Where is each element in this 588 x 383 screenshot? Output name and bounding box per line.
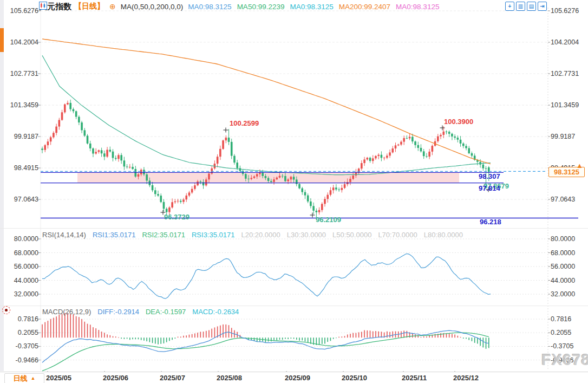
chart-header: 美元指数 【日线】 ⊕ MA(0,50,0,200,0,0) MA0:98.31… (39, 2, 439, 11)
macd-header-item: MACD(26,12,9) (42, 308, 91, 316)
ma-value-label: MA0:98.3125 (396, 3, 439, 11)
date-label: 2025/07 (160, 374, 185, 382)
price-annotation: 96.3729 (164, 213, 190, 221)
ma-value-label: MA50:99.2239 (237, 3, 285, 11)
price-annotation: 98.307 (479, 173, 500, 180)
rsi-axis-label-right: 68.0000 (551, 249, 575, 257)
ma-settings-label: MA(0,50,0,200,0,0) (121, 3, 184, 11)
price-axis-label-left: 105.6276 (10, 7, 38, 15)
macd-axis-label-right: 0.2055 (551, 329, 571, 336)
price-axis-label-right: 99.9187 (551, 133, 575, 140)
rsi-axis-label-right: 44.0000 (551, 277, 575, 284)
rsi-axis-label-left: 68.0000 (14, 249, 38, 257)
rsi-header: RSI(14,14,14)RSI1:35.0171RSI2:35.0171RSI… (42, 231, 463, 239)
chart-style-icon[interactable] (39, 2, 47, 10)
macd-header: MACD(26,12,9)DIFF:-0.2914DEA:-0.1597MACD… (42, 308, 239, 316)
date-label: 2025/05 (46, 374, 71, 382)
current-price-value: 98.3125 (554, 168, 579, 176)
price-axis-label-left: 97.0643 (14, 196, 38, 203)
date-label: 2025/06 (103, 374, 128, 382)
indicator-window-icon[interactable]: ▥ (516, 2, 525, 11)
ma-values: MA0:98.3125MA50:99.2239MA0:98.3125MA200:… (188, 3, 439, 11)
price-axis-label-left: 101.3459 (10, 101, 38, 109)
macd-axis-label-right: -0.3705 (551, 342, 573, 350)
price-axis-label-right: 97.0643 (551, 196, 575, 203)
price-axis-label-left: 104.2004 (10, 38, 38, 46)
price-axis-label-right: 104.2004 (551, 38, 579, 46)
indicator-list-icon[interactable]: ▤ (527, 2, 536, 11)
rsi-header-item: L70:70.0000 (378, 231, 417, 239)
price-annotation: 96.2109 (316, 216, 341, 224)
price-axis-label-left: 102.7731 (10, 70, 38, 77)
triangle-up-icon: ▲ (31, 376, 36, 381)
macd-axis-label-left: 0.2055 (18, 329, 38, 336)
price-up-arrow-icon: ▲ (576, 161, 583, 170)
chart-toolbar: +▥▤⇥ (505, 2, 547, 11)
date-label: 2025/08 (217, 374, 242, 382)
rsi-header-item: RSI1:35.0171 (93, 231, 136, 239)
ma-value-label: MA200:99.2407 (339, 3, 390, 11)
timeframe-button[interactable]: 日线 ▲ (4, 373, 44, 383)
price-axis-label-right: 101.3459 (551, 101, 579, 109)
time-axis-bar: 日线 ▲ 2025/052025/062025/072025/082025/09… (0, 372, 588, 383)
date-label: 2025/10 (342, 374, 367, 382)
rsi-header-item: L30:30.0000 (287, 231, 326, 239)
date-label: 2025/09 (285, 374, 310, 382)
rsi-axis-label-left: 80.0000 (14, 235, 38, 243)
rsi-axis-label-left: 32.0000 (14, 290, 38, 298)
date-label: 2025/12 (453, 374, 479, 382)
collapse-panel-icon[interactable]: ⇥ (538, 2, 547, 11)
rsi-header-item: L50:50.0000 (332, 231, 371, 239)
timeframe-tag[interactable]: 【日线】 (74, 2, 104, 11)
price-annotation: 100.3900 (444, 118, 473, 126)
macd-settings-icon[interactable] (2, 306, 10, 314)
price-annotation: 96.218 (480, 218, 501, 226)
watermark: FX678 (541, 351, 588, 369)
price-axis-label-left: 99.9187 (14, 133, 38, 140)
macd-header-item: MACD:-0.2634 (192, 308, 239, 316)
pan-icon[interactable]: + (505, 2, 514, 11)
rsi-header-item: RSI2:35.0171 (142, 231, 185, 239)
macd-axis-label-left: -0.9466 (16, 356, 38, 364)
rsi-header-item: RSI(14,14,14) (42, 231, 86, 239)
timeframe-button-label: 日线 (14, 375, 28, 382)
rsi-header-item: L20:20.0000 (241, 231, 280, 239)
price-axis-label-right: 105.6276 (551, 7, 579, 15)
ma-value-label: MA0:98.3125 (290, 3, 333, 11)
macd-axis-label-left: 0.7816 (18, 315, 38, 323)
add-overlay-icon[interactable]: ⊕ (109, 3, 116, 10)
macd-header-item: DEA:-0.1597 (146, 308, 186, 316)
ma-value-label: MA0:98.3125 (188, 3, 231, 11)
price-annotation: 100.2599 (230, 120, 259, 127)
rsi-axis-label-right: 56.0000 (551, 263, 575, 270)
rsi-header-item: L80:80.0000 (424, 231, 463, 239)
rsi-axis-label-left: 44.0000 (14, 277, 38, 284)
price-axis-label-right: 102.7731 (551, 70, 579, 77)
chart-application: 美元指数 【日线】 ⊕ MA(0,50,0,200,0,0) MA0:98.31… (0, 0, 588, 383)
macd-header-item: DIFF:-0.2914 (97, 308, 139, 316)
price-annotation: 97.814 (479, 185, 500, 192)
macd-axis-label-right: 0.7816 (551, 315, 571, 323)
date-label: 2025/11 (402, 374, 427, 382)
rsi-header-item: RSI3:35.0171 (192, 231, 235, 239)
rsi-axis-label-right: 80.0000 (551, 235, 575, 243)
macd-axis-label-left: -0.3705 (16, 342, 38, 350)
rsi-axis-label-right: 32.0000 (551, 290, 575, 298)
price-axis-label-left: 98.4915 (14, 164, 38, 172)
rsi-axis-label-left: 56.0000 (14, 263, 38, 270)
